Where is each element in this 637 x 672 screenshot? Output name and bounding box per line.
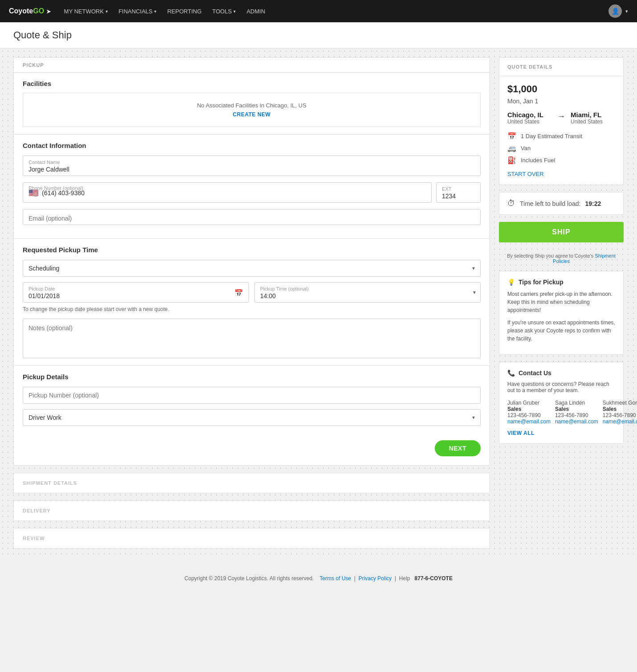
tips-text-1: Most carriers prefer pick-up in the afte… — [507, 290, 615, 314]
to-country: United States — [571, 119, 615, 125]
email-group — [23, 209, 481, 225]
pickup-date-field[interactable]: Pickup Date 📅 — [23, 282, 249, 303]
rep-2: Sukhmeet Gorae Sales 123-456-7890 name@e… — [603, 400, 637, 425]
email-input[interactable] — [29, 213, 475, 222]
facilities-section: Facilities No Associated Facilities in C… — [14, 73, 490, 135]
pickup-date-label: Pickup Date — [29, 286, 234, 291]
rep-0-role: Sales — [507, 406, 551, 412]
requested-pickup-title: Requested Pickup Time — [23, 246, 481, 254]
scheduling-select[interactable]: Scheduling — [29, 265, 475, 272]
scheduling-select-wrapper[interactable]: Scheduling ▾ — [23, 260, 481, 277]
phone-field[interactable]: Phone Number (optional) 🇺🇸 — [23, 182, 432, 203]
rep-0-email[interactable]: name@email.com — [507, 418, 551, 425]
page-header: Quote & Ship — [0, 22, 637, 49]
notes-field[interactable] — [23, 319, 481, 358]
pickup-date-input[interactable] — [29, 292, 234, 299]
scheduling-wrapper: Scheduling ▾ — [23, 260, 481, 277]
pickup-details-section: Pickup Details Driver Work ▾ — [14, 366, 490, 433]
email-field[interactable] — [23, 209, 481, 225]
driver-work-select-wrapper[interactable]: Driver Work ▾ — [23, 409, 481, 426]
contact-info-section: Contact Information Contact Name Phone N… — [14, 135, 490, 239]
driver-work-select[interactable]: Driver Work — [29, 414, 475, 421]
fuel-icon: ⛽ — [507, 156, 516, 164]
nav-links: MY NETWORK ▾ FINANCIALS ▾ REPORTING TOOL… — [64, 8, 608, 15]
contact-name-field[interactable]: Contact Name — [23, 156, 481, 176]
footer-phone: 877-6-COYOTE — [415, 575, 453, 582]
terms-link[interactable]: Terms of Use — [320, 575, 351, 582]
quote-date: Mon, Jan 1 — [507, 98, 615, 105]
contact-name-label: Contact Name — [29, 160, 475, 165]
contact-us-card: 📞 Contact Us Have questions or concerns?… — [499, 362, 624, 444]
ship-policy: By selecting Ship you agree to Coyote's … — [499, 253, 624, 264]
review-title: REVIEW — [23, 536, 481, 541]
contact-us-title: 📞 Contact Us — [507, 369, 615, 377]
rep-2-email[interactable]: name@email.com — [603, 418, 637, 425]
phone-label: Phone Number (optional) — [29, 185, 83, 191]
left-column: PICKUP Facilities No Associated Faciliti… — [13, 57, 490, 549]
calendar-icon: 📅 — [507, 132, 516, 140]
chevron-down-icon: ▾ — [154, 9, 156, 14]
logo[interactable]: CoyoteGO ➤ — [9, 7, 51, 15]
pickup-time-select[interactable]: 14:00 — [260, 292, 475, 299]
ship-button[interactable]: SHIP — [499, 222, 624, 242]
contact-reps: Julian Gruber Sales 123-456-7890 name@em… — [507, 400, 615, 425]
avatar-chevron: ▾ — [625, 8, 628, 14]
help-label: Help — [399, 575, 410, 582]
start-over-link[interactable]: START OVER — [507, 171, 615, 177]
timer-time: 19:22 — [585, 200, 601, 207]
facilities-title: Facilities — [23, 80, 481, 87]
rep-1: Saga Lindén Sales 123-456-7890 name@emai… — [555, 400, 598, 425]
contact-name-group: Contact Name — [23, 156, 481, 176]
pickup-details-title: Pickup Details — [23, 373, 481, 381]
quote-price: $1,000 — [507, 83, 615, 95]
privacy-link[interactable]: Privacy Policy — [359, 575, 392, 582]
chevron-down-icon: ▾ — [233, 9, 236, 14]
calendar-icon: 📅 — [234, 289, 243, 297]
shipment-details-section: SHIPMENT DETAILS — [13, 473, 490, 493]
nav-financials[interactable]: FINANCIALS ▾ — [118, 8, 157, 15]
requested-pickup-section: Requested Pickup Time Scheduling ▾ — [14, 239, 490, 366]
contact-info-title: Contact Information — [23, 142, 481, 149]
next-button-row: NEXT — [14, 440, 490, 465]
timer-prefix: Time left to build load: — [520, 200, 580, 207]
page-title: Quote & Ship — [13, 29, 624, 41]
quote-route: Chicago, IL United States → Miami, FL Un… — [507, 111, 615, 125]
view-all-link[interactable]: VIEW ALL — [507, 430, 615, 436]
rep-1-role: Sales — [555, 406, 598, 412]
pickup-hint: To change the pickup date please start o… — [23, 306, 481, 312]
pickup-time-wrapper[interactable]: Pickup Time (optional) 14:00 ▾ — [254, 282, 481, 303]
route-to: Miami, FL United States — [571, 111, 615, 125]
rep-1-email[interactable]: name@email.com — [555, 418, 598, 425]
quote-details-body: $1,000 Mon, Jan 1 Chicago, IL United Sta… — [499, 76, 623, 184]
from-city: Chicago, IL — [507, 111, 552, 119]
next-button[interactable]: NEXT — [435, 440, 481, 456]
route-from: Chicago, IL United States — [507, 111, 552, 125]
rep-0: Julian Gruber Sales 123-456-7890 name@em… — [507, 400, 551, 425]
user-menu[interactable]: 👤 ▾ — [608, 4, 628, 18]
rep-2-role: Sales — [603, 406, 637, 412]
notes-textarea[interactable] — [29, 324, 475, 351]
nav-my-network[interactable]: MY NETWORK ▾ — [64, 8, 108, 15]
nav-admin[interactable]: ADMIN — [246, 8, 265, 15]
date-time-row: Pickup Date 📅 Pickup Time (optional) 14:… — [23, 282, 481, 303]
contact-name-input[interactable] — [29, 166, 475, 173]
footer-copyright: Copyright © 2019 Coyote Logistics. All r… — [184, 575, 314, 582]
ext-label: EXT — [442, 186, 475, 192]
nav-tools[interactable]: TOOLS ▾ — [212, 8, 236, 15]
right-column: QUOTE DETAILS $1,000 Mon, Jan 1 Chicago,… — [499, 57, 624, 444]
navbar: CoyoteGO ➤ MY NETWORK ▾ FINANCIALS ▾ REP… — [0, 0, 637, 22]
nav-reporting[interactable]: REPORTING — [167, 8, 201, 15]
route-arrow-icon: → — [557, 112, 565, 121]
quote-details-card: QUOTE DETAILS $1,000 Mon, Jan 1 Chicago,… — [499, 57, 624, 185]
pickup-number-input[interactable] — [29, 392, 475, 399]
chevron-down-icon: ▾ — [106, 9, 108, 14]
pickup-number-field[interactable] — [23, 387, 481, 404]
ext-input[interactable] — [442, 193, 475, 200]
from-country: United States — [507, 119, 552, 125]
timer-card: ⏱ Time left to build load: 19:22 — [499, 192, 624, 215]
ext-field[interactable]: EXT — [436, 182, 481, 203]
tips-text-2: If you're unsure on exact appointments t… — [507, 319, 615, 343]
create-new-link[interactable]: CREATE NEW — [32, 111, 471, 118]
rep-1-name: Saga Lindén — [555, 400, 598, 406]
van-detail: 🚐 Van — [507, 144, 615, 152]
